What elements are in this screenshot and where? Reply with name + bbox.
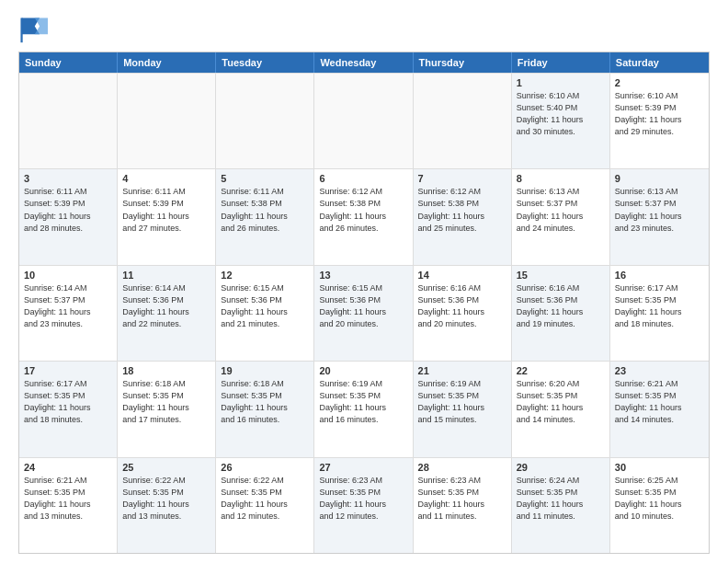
calendar-cell-29: 29Sunrise: 6:24 AMSunset: 5:35 PMDayligh… (512, 458, 610, 553)
day-number: 30 (615, 462, 704, 473)
calendar-cell-6: 6Sunrise: 6:12 AMSunset: 5:38 PMDaylight… (314, 169, 413, 264)
day-number: 2 (615, 77, 704, 88)
day-number: 4 (122, 173, 210, 184)
day-number: 28 (418, 462, 506, 473)
day-number: 25 (122, 462, 210, 473)
calendar-cell-3: 3Sunrise: 6:11 AMSunset: 5:39 PMDaylight… (19, 169, 118, 264)
header-day-friday: Friday (512, 52, 610, 73)
calendar-cell-11: 11Sunrise: 6:14 AMSunset: 5:36 PMDayligh… (118, 266, 216, 361)
calendar-cell-27: 27Sunrise: 6:23 AMSunset: 5:35 PMDayligh… (314, 458, 413, 553)
calendar-cell-25: 25Sunrise: 6:22 AMSunset: 5:35 PMDayligh… (118, 458, 216, 553)
calendar-cell-17: 17Sunrise: 6:17 AMSunset: 5:35 PMDayligh… (19, 362, 118, 456)
cell-info: Sunrise: 6:17 AMSunset: 5:35 PMDaylight:… (24, 378, 112, 426)
calendar-cell-19: 19Sunrise: 6:18 AMSunset: 5:35 PMDayligh… (216, 362, 314, 456)
calendar-cell-2: 2Sunrise: 6:10 AMSunset: 5:39 PMDaylight… (610, 74, 709, 168)
cell-info: Sunrise: 6:19 AMSunset: 5:35 PMDaylight:… (319, 378, 407, 426)
calendar-cell-18: 18Sunrise: 6:18 AMSunset: 5:35 PMDayligh… (118, 362, 216, 456)
calendar-cell-4: 4Sunrise: 6:11 AMSunset: 5:39 PMDaylight… (118, 169, 216, 264)
day-number: 18 (122, 365, 210, 376)
cell-info: Sunrise: 6:22 AMSunset: 5:35 PMDaylight:… (221, 475, 309, 523)
cell-info: Sunrise: 6:13 AMSunset: 5:37 PMDaylight:… (615, 186, 704, 234)
header-day-tuesday: Tuesday (216, 52, 314, 73)
calendar-row-2: 10Sunrise: 6:14 AMSunset: 5:37 PMDayligh… (19, 265, 709, 361)
calendar-cell-empty-0-0 (19, 74, 118, 168)
logo-icon (18, 15, 48, 44)
calendar-cell-30: 30Sunrise: 6:25 AMSunset: 5:35 PMDayligh… (610, 458, 709, 553)
calendar-cell-20: 20Sunrise: 6:19 AMSunset: 5:35 PMDayligh… (314, 362, 413, 456)
calendar-cell-28: 28Sunrise: 6:23 AMSunset: 5:35 PMDayligh… (414, 458, 512, 553)
calendar-cell-24: 24Sunrise: 6:21 AMSunset: 5:35 PMDayligh… (19, 458, 118, 553)
day-number: 29 (517, 462, 605, 473)
calendar-cell-9: 9Sunrise: 6:13 AMSunset: 5:37 PMDaylight… (610, 169, 709, 264)
cell-info: Sunrise: 6:11 AMSunset: 5:39 PMDaylight:… (24, 186, 112, 234)
cell-info: Sunrise: 6:18 AMSunset: 5:35 PMDaylight:… (221, 378, 309, 426)
cell-info: Sunrise: 6:22 AMSunset: 5:35 PMDaylight:… (122, 475, 210, 523)
cell-info: Sunrise: 6:24 AMSunset: 5:35 PMDaylight:… (517, 475, 605, 523)
calendar-header: SundayMondayTuesdayWednesdayThursdayFrid… (19, 52, 709, 73)
calendar-cell-21: 21Sunrise: 6:19 AMSunset: 5:35 PMDayligh… (414, 362, 512, 456)
day-number: 26 (221, 462, 309, 473)
day-number: 9 (615, 173, 704, 184)
calendar-cell-15: 15Sunrise: 6:16 AMSunset: 5:36 PMDayligh… (512, 266, 610, 361)
calendar-cell-13: 13Sunrise: 6:15 AMSunset: 5:36 PMDayligh… (314, 266, 413, 361)
day-number: 14 (418, 270, 506, 281)
cell-info: Sunrise: 6:11 AMSunset: 5:39 PMDaylight:… (122, 186, 210, 234)
calendar-cell-16: 16Sunrise: 6:17 AMSunset: 5:35 PMDayligh… (610, 266, 709, 361)
header-day-wednesday: Wednesday (314, 52, 413, 73)
day-number: 12 (221, 270, 309, 281)
calendar-cell-empty-0-2 (216, 74, 314, 168)
calendar-cell-1: 1Sunrise: 6:10 AMSunset: 5:40 PMDaylight… (512, 74, 610, 168)
day-number: 16 (615, 270, 704, 281)
day-number: 6 (319, 173, 407, 184)
cell-info: Sunrise: 6:15 AMSunset: 5:36 PMDaylight:… (319, 282, 407, 330)
day-number: 7 (418, 173, 506, 184)
calendar-cell-empty-0-1 (118, 74, 216, 168)
day-number: 13 (319, 270, 407, 281)
cell-info: Sunrise: 6:16 AMSunset: 5:36 PMDaylight:… (517, 282, 605, 330)
day-number: 27 (319, 462, 407, 473)
calendar-cell-23: 23Sunrise: 6:21 AMSunset: 5:35 PMDayligh… (610, 362, 709, 456)
calendar-cell-empty-0-3 (314, 74, 413, 168)
page: SundayMondayTuesdayWednesdayThursdayFrid… (0, 0, 728, 563)
day-number: 21 (418, 365, 506, 376)
day-number: 1 (517, 77, 605, 88)
calendar-cell-5: 5Sunrise: 6:11 AMSunset: 5:38 PMDaylight… (216, 169, 314, 264)
calendar-row-4: 24Sunrise: 6:21 AMSunset: 5:35 PMDayligh… (19, 457, 709, 553)
calendar-cell-7: 7Sunrise: 6:12 AMSunset: 5:38 PMDaylight… (414, 169, 512, 264)
day-number: 22 (517, 365, 605, 376)
header-day-sunday: Sunday (19, 52, 118, 73)
cell-info: Sunrise: 6:15 AMSunset: 5:36 PMDaylight:… (221, 282, 309, 330)
cell-info: Sunrise: 6:20 AMSunset: 5:35 PMDaylight:… (517, 378, 605, 426)
cell-info: Sunrise: 6:16 AMSunset: 5:36 PMDaylight:… (418, 282, 506, 330)
day-number: 3 (24, 173, 112, 184)
day-number: 10 (24, 270, 112, 281)
cell-info: Sunrise: 6:17 AMSunset: 5:35 PMDaylight:… (615, 282, 704, 330)
day-number: 19 (221, 365, 309, 376)
day-number: 24 (24, 462, 112, 473)
day-number: 5 (221, 173, 309, 184)
day-number: 23 (615, 365, 704, 376)
cell-info: Sunrise: 6:25 AMSunset: 5:35 PMDaylight:… (615, 475, 704, 523)
day-number: 8 (517, 173, 605, 184)
cell-info: Sunrise: 6:10 AMSunset: 5:39 PMDaylight:… (615, 90, 704, 138)
calendar-cell-12: 12Sunrise: 6:15 AMSunset: 5:36 PMDayligh… (216, 266, 314, 361)
header (18, 15, 710, 44)
calendar-cell-14: 14Sunrise: 6:16 AMSunset: 5:36 PMDayligh… (414, 266, 512, 361)
cell-info: Sunrise: 6:14 AMSunset: 5:37 PMDaylight:… (24, 282, 112, 330)
day-number: 17 (24, 365, 112, 376)
cell-info: Sunrise: 6:10 AMSunset: 5:40 PMDaylight:… (517, 90, 605, 138)
header-day-thursday: Thursday (414, 52, 512, 73)
header-day-saturday: Saturday (610, 52, 709, 73)
calendar-cell-empty-0-4 (414, 74, 512, 168)
day-number: 15 (517, 270, 605, 281)
calendar-cell-22: 22Sunrise: 6:20 AMSunset: 5:35 PMDayligh… (512, 362, 610, 456)
day-number: 11 (122, 270, 210, 281)
cell-info: Sunrise: 6:12 AMSunset: 5:38 PMDaylight:… (319, 186, 407, 234)
cell-info: Sunrise: 6:14 AMSunset: 5:36 PMDaylight:… (122, 282, 210, 330)
cell-info: Sunrise: 6:18 AMSunset: 5:35 PMDaylight:… (122, 378, 210, 426)
cell-info: Sunrise: 6:13 AMSunset: 5:37 PMDaylight:… (517, 186, 605, 234)
cell-info: Sunrise: 6:21 AMSunset: 5:35 PMDaylight:… (24, 475, 112, 523)
calendar-row-1: 3Sunrise: 6:11 AMSunset: 5:39 PMDaylight… (19, 168, 709, 264)
calendar-body: 1Sunrise: 6:10 AMSunset: 5:40 PMDaylight… (19, 73, 709, 553)
calendar-row-3: 17Sunrise: 6:17 AMSunset: 5:35 PMDayligh… (19, 361, 709, 456)
